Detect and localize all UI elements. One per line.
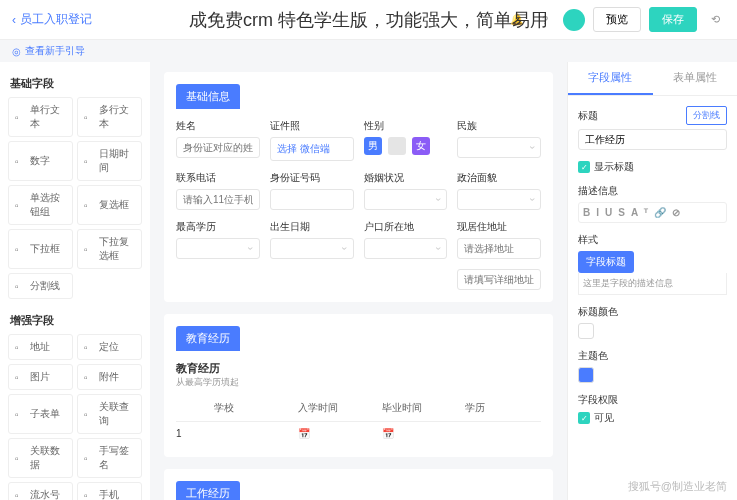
field-item[interactable]: ▫单行文本 bbox=[8, 97, 73, 137]
field-label: 最高学历 bbox=[176, 220, 260, 234]
check-icon: ✓ bbox=[578, 161, 590, 173]
field-item[interactable]: ▫关联查询 bbox=[77, 394, 142, 434]
field-type-icon: ▫ bbox=[84, 200, 95, 211]
field-group-title: 基础字段 bbox=[8, 70, 142, 97]
chevron-down-icon bbox=[249, 243, 252, 254]
field-type-icon: ▫ bbox=[15, 372, 26, 383]
upload-button[interactable]: 选择 微信端 bbox=[270, 137, 354, 161]
field-type-icon: ▫ bbox=[15, 409, 26, 420]
text-input[interactable] bbox=[457, 238, 541, 259]
target-icon: ◎ bbox=[12, 46, 21, 57]
field-label: 婚姻状况 bbox=[364, 171, 448, 185]
back-button[interactable]: ‹ 员工入职登记 bbox=[12, 11, 92, 28]
avatar[interactable] bbox=[563, 9, 585, 31]
title-input[interactable] bbox=[578, 129, 727, 150]
field-item[interactable]: ▫多行文本 bbox=[77, 97, 142, 137]
field-item[interactable]: ▫下拉复选框 bbox=[77, 229, 142, 269]
table-row[interactable]: 1📅📅 bbox=[176, 422, 541, 445]
field-item[interactable]: ▫单选按钮组 bbox=[8, 185, 73, 225]
field-label: 性别 bbox=[364, 119, 448, 133]
chevron-left-icon: ‹ bbox=[12, 13, 16, 27]
guide-link[interactable]: ◎ 查看新手引导 bbox=[0, 40, 737, 62]
field-item[interactable]: ▫日期时间 bbox=[77, 141, 142, 181]
field-type-icon: ▫ bbox=[84, 244, 95, 255]
field-item[interactable]: ▫子表单 bbox=[8, 394, 73, 434]
check-icon: ✓ bbox=[578, 412, 590, 424]
tab-form-props[interactable]: 表单属性 bbox=[653, 62, 738, 95]
field-item[interactable]: ▫复选框 bbox=[77, 185, 142, 225]
section-header[interactable]: 基础信息 bbox=[176, 84, 240, 109]
field-item[interactable]: ▫数字 bbox=[8, 141, 73, 181]
form-canvas: 基础信息姓名证件照选择 微信端性别男女民族联系电话身份证号码婚姻状况政治面貌最高… bbox=[150, 62, 567, 500]
field-type-icon: ▫ bbox=[15, 200, 26, 211]
field-item[interactable]: ▫地址 bbox=[8, 334, 73, 360]
field-type-icon: ▫ bbox=[84, 372, 95, 383]
divider-button[interactable]: 分割线 bbox=[686, 106, 727, 125]
field-item[interactable]: ▫关联数据 bbox=[8, 438, 73, 478]
watermark: 搜狐号@制造业老简 bbox=[628, 479, 727, 494]
field-type-icon: ▫ bbox=[84, 453, 95, 464]
chevron-down-icon bbox=[343, 243, 346, 254]
chevron-down-icon bbox=[531, 142, 534, 153]
field-type-icon: ▫ bbox=[15, 281, 26, 292]
title-color-label: 标题颜色 bbox=[578, 305, 618, 319]
save-button[interactable]: 保存 bbox=[649, 7, 697, 32]
tab-field-props[interactable]: 字段属性 bbox=[568, 62, 653, 95]
share-icon[interactable]: ⟲ bbox=[705, 10, 725, 30]
style-label: 样式 bbox=[578, 233, 598, 247]
theme-color-label: 主题色 bbox=[578, 349, 608, 363]
hint-text: 从最高学历填起 bbox=[176, 376, 541, 389]
section-header[interactable]: 教育经历 bbox=[176, 326, 240, 351]
text-input[interactable] bbox=[457, 269, 541, 290]
field-type-icon: ▫ bbox=[15, 244, 26, 255]
select-input[interactable] bbox=[457, 137, 541, 158]
desc-label: 描述信息 bbox=[578, 184, 618, 198]
field-label: 证件照 bbox=[270, 119, 354, 133]
property-panel: 字段属性 表单属性 标题 分割线 ✓ 显示标题 描述信息 bbox=[567, 62, 737, 500]
preview-button[interactable]: 预览 bbox=[593, 7, 641, 32]
visible-checkbox[interactable]: ✓ 可见 bbox=[578, 411, 727, 425]
theme-color-swatch[interactable] bbox=[578, 367, 594, 383]
select-input[interactable] bbox=[364, 189, 448, 210]
select-input[interactable] bbox=[457, 189, 541, 210]
field-type-icon: ▫ bbox=[15, 342, 26, 353]
field-type-icon: ▫ bbox=[15, 490, 26, 501]
field-label: 户口所在地 bbox=[364, 220, 448, 234]
radio-option[interactable]: 男 bbox=[364, 137, 382, 155]
chevron-down-icon bbox=[437, 243, 440, 254]
section-header[interactable]: 工作经历 bbox=[176, 481, 240, 500]
field-type-icon: ▫ bbox=[15, 453, 26, 464]
subsection-title: 教育经历 bbox=[176, 361, 541, 376]
field-item[interactable]: ▫手写签名 bbox=[77, 438, 142, 478]
select-input[interactable] bbox=[364, 238, 448, 259]
text-input[interactable] bbox=[176, 137, 260, 158]
radio-option[interactable]: 女 bbox=[412, 137, 430, 155]
chevron-down-icon bbox=[531, 194, 534, 205]
rich-text-toolbar[interactable]: BIUSAᵀ🔗⊘ bbox=[578, 202, 727, 223]
show-title-checkbox[interactable]: ✓ 显示标题 bbox=[578, 160, 727, 174]
field-item[interactable]: ▫分割线 bbox=[8, 273, 73, 299]
radio-option[interactable] bbox=[388, 137, 406, 155]
field-item[interactable]: ▫图片 bbox=[8, 364, 73, 390]
title-color-swatch[interactable] bbox=[578, 323, 594, 339]
field-label: 民族 bbox=[457, 119, 541, 133]
style-preview[interactable]: 字段标题 bbox=[578, 251, 634, 273]
field-item[interactable]: ▫下拉框 bbox=[8, 229, 73, 269]
text-input[interactable] bbox=[270, 189, 354, 210]
field-item[interactable]: ▫定位 bbox=[77, 334, 142, 360]
field-item[interactable]: ▫流水号 bbox=[8, 482, 73, 500]
field-group-title: 增强字段 bbox=[8, 307, 142, 334]
page-title: 员工入职登记 bbox=[20, 11, 92, 28]
field-label: 政治面貌 bbox=[457, 171, 541, 185]
table-header-cell: 学校 bbox=[214, 401, 290, 415]
text-input[interactable] bbox=[176, 189, 260, 210]
field-type-icon: ▫ bbox=[84, 112, 95, 123]
field-type-icon: ▫ bbox=[15, 112, 26, 123]
field-item[interactable]: ▫附件 bbox=[77, 364, 142, 390]
field-label: 身份证号码 bbox=[270, 171, 354, 185]
perm-label: 字段权限 bbox=[578, 393, 618, 407]
select-input[interactable] bbox=[270, 238, 354, 259]
style-desc: 这里是字段的描述信息 bbox=[578, 273, 727, 295]
field-item[interactable]: ▫手机 bbox=[77, 482, 142, 500]
select-input[interactable] bbox=[176, 238, 260, 259]
